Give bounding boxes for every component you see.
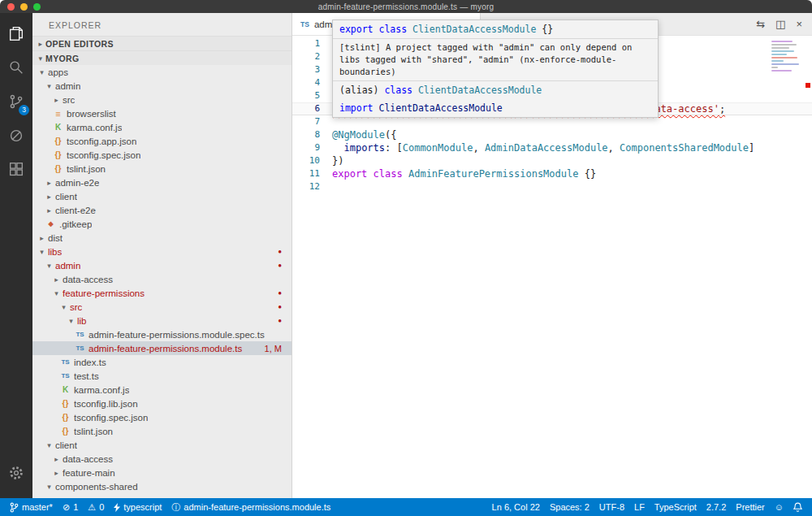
sidebar-title: EXPLORER [32,13,292,36]
encoding-label: UTF-8 [599,502,624,512]
close-window-button[interactable] [7,3,15,11]
json-icon: {} [59,427,71,436]
tree-file-test.ts[interactable]: TStest.ts [32,369,292,383]
karma-icon: K [52,123,64,132]
activity-debug-button[interactable] [0,119,32,153]
tree-folder-dist[interactable]: ▸dist [32,231,292,245]
tree-folder-libs[interactable]: ▾libs● [32,245,292,258]
open-editors-section[interactable]: ▸ OPEN EDITORS [32,36,292,50]
files-icon [7,24,25,42]
encoding[interactable]: UTF-8 [594,498,629,516]
tree-file-tsconfig.app.json[interactable]: {}tsconfig.app.json [32,134,292,148]
warning-count[interactable]: ⚠0 [83,498,109,516]
tree-file-tslint.json[interactable]: {}tslint.json [32,162,292,176]
tree-folder-components-shared[interactable]: ▾components-shared [32,479,292,493]
root-folder-section[interactable]: ▾ MYORG [32,50,292,65]
ts-icon: TS [74,345,86,352]
indentation[interactable]: Spaces: 2 [545,498,594,516]
line-number: 9 [292,141,320,154]
tree-item-label: src [70,302,82,312]
tree-item-label: lib [77,316,87,326]
line-number: 6 [292,102,320,115]
line-number: 10 [292,154,320,167]
line-number: 11 [292,167,320,180]
json-icon: {} [59,413,71,422]
feedback[interactable]: ☺ [770,498,788,516]
git-branch-status[interactable]: master* [5,498,58,516]
prettier-status[interactable]: Prettier [731,498,769,516]
tree-file-admin-feature-permissions.module.spec.ts[interactable]: TSadmin-feature-permissions.module.spec.… [32,327,292,341]
tree-file-tslint.json[interactable]: {}tslint.json [32,424,292,438]
tree-folder-admin[interactable]: ▾admin [32,79,292,93]
code-line-11[interactable]: 11export class AdminFeaturePermissionsMo… [292,167,812,180]
activity-search-button[interactable] [0,50,32,85]
ts-version[interactable]: 2.7.2 [702,498,731,516]
code-line-9[interactable]: 9 imports: [CommonModule, AdminDataAcces… [292,141,812,154]
tree-item-label: index.ts [74,358,106,367]
eol-label: LF [634,502,645,512]
extensions-icon [7,161,25,179]
tree-item-label: client-e2e [55,206,96,215]
tree-folder-admin-e2e[interactable]: ▸admin-e2e [32,176,292,189]
window-title: admin-feature-permissions.module.ts — my… [318,2,494,11]
tree-file-karma.conf.js[interactable]: Kkarma.conf.js [32,120,292,134]
eol[interactable]: LF [629,498,650,516]
tree-file-tsconfig.spec.json[interactable]: {}tsconfig.spec.json [32,410,292,424]
tree-item-label: admin-e2e [55,178,99,188]
tree-folder-apps[interactable]: ▾apps [32,65,292,79]
ts-icon: TS [74,331,86,338]
tree-folder-data-access[interactable]: ▸data-access [32,452,292,466]
minimap[interactable] [771,41,801,73]
lightning-icon [114,503,120,512]
tree-folder-src[interactable]: ▾src● [32,300,292,314]
line-number: 4 [292,76,320,89]
tree-file-tsconfig.lib.json[interactable]: {}tsconfig.lib.json [32,397,292,410]
warning-icon: ⚠ [88,502,96,513]
zoom-window-button[interactable] [33,3,41,11]
smiley-icon: ☺ [775,502,784,512]
code-line-10[interactable]: 10}) [292,154,812,167]
tree-folder-client[interactable]: ▸client [32,189,292,203]
open-changes-icon[interactable]: ⇆ [756,18,765,31]
split-editor-icon[interactable]: ◫ [775,18,785,31]
code-line-8[interactable]: 8@NgModule({ [292,128,812,141]
notifications[interactable] [788,498,807,516]
settings-button[interactable] [0,456,32,490]
tree-file-.gitkeep[interactable]: ◆.gitkeep [32,217,292,231]
warning-count-label: 0 [99,502,104,512]
code-line-12[interactable]: 12 [292,180,812,193]
close-icon[interactable]: × [796,18,802,31]
cursor-position[interactable]: Ln 6, Col 22 [487,498,545,516]
chevron-down-icon: ▾ [37,248,46,256]
json-icon: {} [59,399,71,408]
tree-folder-feature-main[interactable]: ▸feature-main [32,466,292,479]
modified-dot-icon: ● [278,289,282,297]
line-number: 8 [292,128,320,141]
tree-item-label: tsconfig.app.json [67,137,136,146]
tree-folder-admin[interactable]: ▾admin● [32,258,292,272]
tree-file-browserslist[interactable]: ≡browserslist [32,106,292,120]
activity-source-control-button[interactable]: 3 [0,85,32,119]
tree-folder-client[interactable]: ▾client [32,438,292,452]
tree-file-tsconfig.spec.json[interactable]: {}tsconfig.spec.json [32,148,292,162]
chevron-right-icon: ▸ [52,455,61,463]
chevron-down-icon: ▾ [52,289,61,297]
active-file-status[interactable]: ⓘadmin-feature-permissions.module.ts [166,498,335,516]
title-bar: admin-feature-permissions.module.ts — my… [0,0,812,13]
tree-folder-client-e2e[interactable]: ▸client-e2e [32,203,292,217]
tree-file-index.ts[interactable]: TSindex.ts [32,355,292,369]
minimize-window-button[interactable] [20,3,28,11]
chevron-down-icon: ▾ [45,483,54,491]
language-mode[interactable]: TypeScript [650,498,702,516]
tree-folder-data-access[interactable]: ▸data-access [32,272,292,286]
activity-explorer-button[interactable] [0,16,32,50]
tree-folder-src[interactable]: ▸src [32,93,292,106]
tree-folder-feature-permissions[interactable]: ▾feature-permissions● [32,286,292,300]
activity-extensions-button[interactable] [0,153,32,187]
tree-file-karma.conf.js[interactable]: Kkarma.conf.js [32,383,292,397]
tree-file-admin-feature-permissions.module.ts[interactable]: TSadmin-feature-permissions.module.ts1, … [32,341,292,355]
tree-folder-lib[interactable]: ▾lib● [32,314,292,327]
typescript-status[interactable]: typescript [109,498,166,516]
error-count[interactable]: ⊘1 [58,498,83,516]
active-file-status-label: admin-feature-permissions.module.ts [184,502,330,512]
